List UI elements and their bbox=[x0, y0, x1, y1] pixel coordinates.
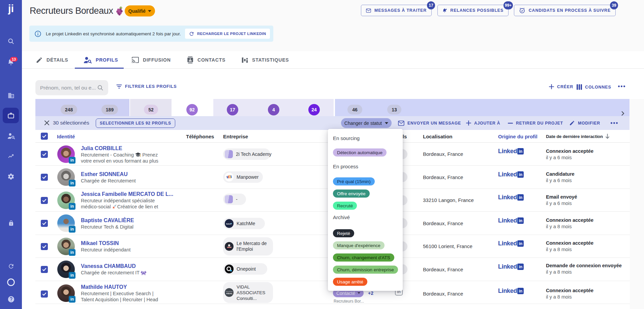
svg-text:MERCATO: MERCATO bbox=[227, 247, 232, 248]
svg-text:katch: katch bbox=[226, 223, 232, 225]
svg-text:VIDAL: VIDAL bbox=[226, 293, 233, 295]
svg-text:Consulting Group: Consulting Group bbox=[226, 291, 233, 292]
